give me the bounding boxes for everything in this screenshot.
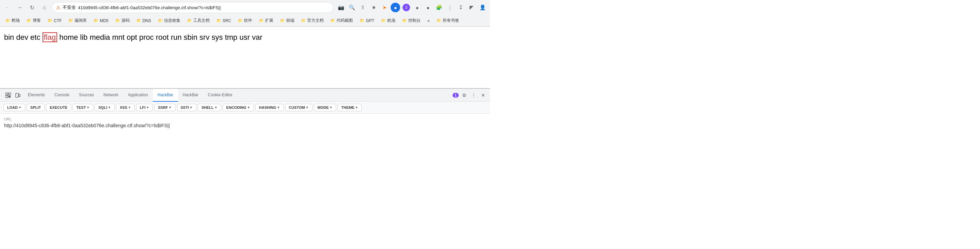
theme-button[interactable]: THEME ▼ — [337, 104, 362, 111]
nav-bar: ← → ↻ ⌂ ⚠ 不安全 410d9945-c836-4fb6-abf1-0a… — [0, 0, 490, 15]
folder-icon: 📁 — [48, 18, 52, 23]
folder-icon: 📁 — [27, 18, 31, 23]
tab-cookie-editor[interactable]: Cookie-Editor — [203, 89, 237, 102]
xss-button[interactable]: XSS ▼ — [116, 104, 135, 111]
bookmark-SRC[interactable]: 📁 SRC — [214, 17, 234, 24]
encoding-button[interactable]: ENCODING ▼ — [223, 104, 254, 111]
word-bin: bin — [4, 33, 16, 41]
bookmark-扩展[interactable]: 📁 扩展 — [256, 17, 276, 24]
bookmark-label: 前端 — [286, 18, 294, 24]
tab-elements[interactable]: Elements — [23, 89, 50, 102]
url-section: URL — [0, 114, 490, 132]
bookmark-软件[interactable]: 📁 软件 — [235, 17, 255, 24]
devtools-header-icons: 1 ⚙ ⋮ ✕ — [453, 91, 487, 99]
word-run: run — [171, 33, 184, 41]
bookmark-all[interactable]: 📁 所有书签 — [434, 17, 462, 24]
devtools-more-button[interactable]: ⋮ — [469, 91, 478, 99]
caret-icon: ▼ — [169, 106, 172, 109]
address-bar[interactable]: ⚠ 不安全 410d9945-c836-4fb6-abf1-0aa532eb07… — [52, 2, 334, 13]
caret-icon: ▼ — [128, 106, 131, 109]
ssti-button[interactable]: SSTI ▼ — [177, 104, 196, 111]
share-button[interactable]: ⇧ — [358, 3, 368, 12]
bookmark-label: 软件 — [244, 18, 252, 24]
extension-arrow-button[interactable]: ➤ — [380, 3, 389, 12]
devtools-close-button[interactable]: ✕ — [479, 91, 487, 99]
bookmark-CTF[interactable]: 📁 CTF — [45, 17, 64, 24]
bookmark-靶场[interactable]: 📁 靶场 — [3, 17, 22, 24]
ssrf-button[interactable]: SSRF ▼ — [154, 104, 175, 111]
shell-button[interactable]: SHELL ▼ — [198, 104, 221, 111]
bookmark-label: 官方文档 — [307, 18, 324, 24]
folder-icon: 📁 — [5, 18, 10, 23]
back-button[interactable]: ← — [3, 3, 12, 12]
tab-sources[interactable]: Sources — [74, 89, 99, 102]
url-display[interactable]: 410d9945-c836-4fb6-abf1-0aa532eb076e.cha… — [78, 5, 329, 10]
extension-dark-button[interactable]: ● — [423, 3, 433, 12]
user-button[interactable]: 👤 — [478, 3, 487, 12]
inspect-element-button[interactable] — [4, 91, 12, 99]
bookmark-信息收集[interactable]: 📁 信息收集 — [155, 17, 183, 24]
devtools-settings-button[interactable]: ⚙ — [460, 91, 468, 99]
word-tmp: tmp — [225, 33, 240, 41]
test-button[interactable]: TEST ▼ — [73, 104, 93, 111]
word-home: home — [59, 33, 80, 41]
home-button[interactable]: ⌂ — [40, 3, 49, 12]
bookmark-label: 代码截图 — [337, 18, 353, 24]
bookmark-漏洞库[interactable]: 📁 漏洞库 — [66, 17, 89, 24]
mode-button[interactable]: MODE ▼ — [314, 104, 336, 111]
bookmark-控制台[interactable]: 📁 控制台 — [399, 17, 423, 24]
forward-button[interactable]: → — [15, 3, 24, 12]
bookmark-博客[interactable]: 📁 博客 — [24, 17, 43, 24]
screenshot-button[interactable]: 📷 — [336, 3, 346, 12]
folder-icon: 📁 — [158, 18, 163, 23]
badge-count: 1 — [453, 93, 459, 98]
bookmark-more[interactable]: » — [425, 17, 433, 24]
url-input[interactable] — [4, 123, 486, 128]
bookmark-label: GPT — [366, 18, 374, 23]
bookmark-工具文档[interactable]: 📁 工具文档 — [185, 17, 212, 24]
bookmark-前端[interactable]: 📁 前端 — [277, 17, 297, 24]
bookmark-label: » — [427, 18, 430, 23]
bookmark-机场[interactable]: 📁 机场 — [379, 17, 398, 24]
avatar-button[interactable]: 3 — [401, 3, 411, 12]
security-warning-label: 不安全 — [63, 5, 76, 11]
bookmark-官方文档[interactable]: 📁 官方文档 — [298, 17, 326, 24]
hackbar-toolbar: LOAD ▼ SPLIT EXECUTE TEST ▼ SQLI ▼ XSS ▼… — [0, 102, 490, 114]
split-button[interactable]: SPLIT — [27, 104, 45, 111]
caret-icon: ▼ — [277, 106, 280, 109]
tab-network[interactable]: Network — [99, 89, 123, 102]
word-etc: etc — [30, 33, 42, 41]
word-dev: dev — [16, 33, 30, 41]
zoom-button[interactable]: 🔍 — [347, 3, 356, 12]
puzzle-button[interactable]: 🧩 — [434, 3, 444, 12]
bookmark-MD5[interactable]: 📁 MD5 — [91, 17, 111, 24]
sqli-button[interactable]: SQLI ▼ — [95, 104, 115, 111]
hashing-button[interactable]: HASHING ▼ — [255, 104, 284, 111]
caret-icon: ▼ — [355, 106, 358, 109]
device-toggle-button[interactable] — [14, 91, 22, 99]
bookmark-源码[interactable]: 📁 源码 — [113, 17, 132, 24]
bookmark-代码截图[interactable]: 📁 代码截图 — [328, 17, 356, 24]
lfi-button[interactable]: LFI ▼ — [136, 104, 153, 111]
bookmark-DNS[interactable]: 📁 DNS — [134, 17, 154, 24]
tab-application[interactable]: Application — [123, 89, 153, 102]
bookmark-button[interactable]: ★ — [369, 3, 379, 12]
reload-button[interactable]: ↻ — [27, 3, 37, 12]
window-button[interactable]: ◤ — [467, 3, 476, 12]
bookmark-label: 博客 — [33, 18, 41, 24]
load-button[interactable]: LOAD ▼ — [3, 104, 25, 111]
extension-circle-button[interactable]: ● — [391, 3, 400, 12]
bookmark-GPT[interactable]: 📁 GPT — [357, 17, 377, 24]
custom-button[interactable]: CUSTOM ▼ — [285, 104, 312, 111]
tab-console[interactable]: Console — [50, 89, 74, 102]
folder-icon: 📁 — [331, 18, 335, 23]
extension-orange-button[interactable]: ● — [412, 3, 422, 12]
tab-hackbar[interactable]: HackBar — [153, 89, 178, 102]
menu-button[interactable]: ⋮ — [445, 3, 455, 12]
folder-icon: 📁 — [301, 18, 306, 23]
execute-button[interactable]: EXECUTE — [46, 104, 71, 111]
nav-icons-right: 📷 🔍 ⇧ ★ ➤ ● 3 ● ● 🧩 ⋮ ↧ ◤ 👤 — [336, 3, 487, 12]
tab-hackbar2[interactable]: HackBar — [178, 89, 203, 102]
download-button[interactable]: ↧ — [456, 3, 466, 12]
word-root: root — [156, 33, 171, 41]
